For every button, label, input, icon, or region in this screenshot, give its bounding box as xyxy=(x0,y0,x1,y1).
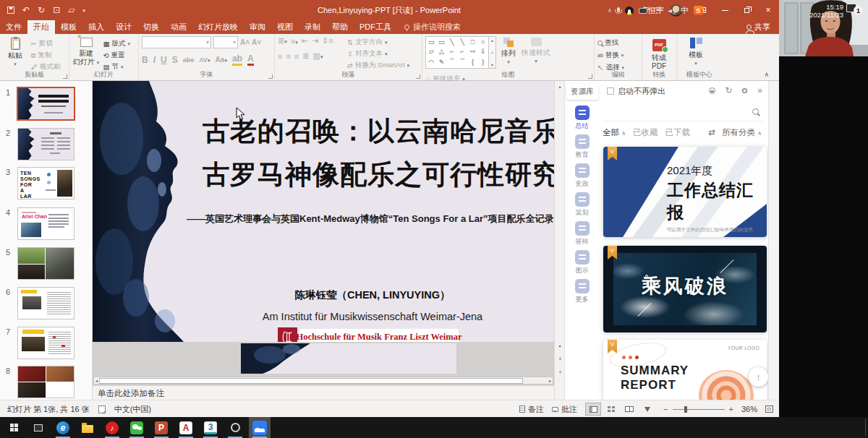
normal-view-button[interactable] xyxy=(585,403,601,416)
tab-切换[interactable]: 切换 xyxy=(137,20,165,34)
decrease-indent-icon[interactable]: ⇤ xyxy=(302,36,308,46)
tell-me-search[interactable]: 操作说明搜索 xyxy=(404,20,461,34)
restore-button[interactable] xyxy=(736,0,757,20)
scroll-right-icon[interactable]: ▸ xyxy=(548,378,553,383)
shape-glyph[interactable]: ⇨ xyxy=(470,48,476,55)
slideshow-button[interactable] xyxy=(639,403,655,416)
font-dialog-launcher[interactable] xyxy=(268,74,273,79)
save-icon[interactable] xyxy=(7,7,14,14)
undo-icon[interactable]: ↶ xyxy=(22,6,30,14)
back-to-top-button[interactable]: ↑ xyxy=(749,367,768,387)
shape-glyph[interactable]: △ xyxy=(439,48,444,55)
text-direction-button[interactable]: ⇅文字方向▾ xyxy=(347,38,409,47)
slide-thumbnail-2[interactable]: 2 xyxy=(0,129,93,160)
category-策划[interactable]: 策划 xyxy=(565,192,599,218)
template-card-3[interactable]: V YOUR LOGO SUMMARYREPORT 20XX年度总结汇报 xyxy=(603,340,767,400)
font-color-button[interactable]: A xyxy=(247,53,254,66)
show-desktop-divider[interactable] xyxy=(865,419,866,436)
tab-幻灯片放映[interactable]: 幻灯片放映 xyxy=(192,20,244,34)
align-text-button[interactable]: ⇳对齐文本▾ xyxy=(347,49,409,59)
smartart-button[interactable]: ⇄转换为 SmartArt▾ xyxy=(347,61,409,70)
template-button[interactable]: 模板▾ xyxy=(680,36,712,72)
taskbar-edge-icon[interactable]: e xyxy=(52,417,74,438)
panel-search-icon[interactable] xyxy=(752,108,759,115)
device-icon[interactable] xyxy=(639,8,647,14)
comments-toggle[interactable]: 批注 xyxy=(552,404,577,415)
shape-glyph[interactable]: ⇩ xyxy=(480,48,486,55)
gear-icon[interactable] xyxy=(742,87,747,93)
qat-dropdown-icon[interactable]: ▾ xyxy=(82,8,85,13)
resource-library-tab[interactable]: 资源库 xyxy=(566,84,598,100)
slide-editor[interactable]: 古老的召唤：以云南哈尼音乐为 古罗马神像配乐之可行性研究 ——英国艺术理事会与英… xyxy=(93,81,554,342)
shape-glyph[interactable]: ✎ xyxy=(439,59,445,66)
horizontal-scroll-thumb[interactable] xyxy=(99,378,523,384)
language-indicator[interactable]: 中文(中国) xyxy=(114,404,151,415)
panel-scroll-gutter[interactable] xyxy=(768,81,779,400)
taskbar-task-view-icon[interactable] xyxy=(27,417,49,438)
filter-downloaded[interactable]: 已下载 xyxy=(665,127,691,138)
tab-录制[interactable]: 录制 xyxy=(299,20,326,34)
font-name-combo[interactable]: ▾ xyxy=(142,36,211,48)
scroll-up-icon[interactable]: ▴ xyxy=(556,82,564,91)
tab-动画[interactable]: 动画 xyxy=(165,20,192,34)
paragraph-dialog-launcher[interactable] xyxy=(416,74,420,79)
filter-all[interactable]: 全部 ∧ xyxy=(603,127,626,138)
shape-glyph[interactable]: { xyxy=(472,59,474,66)
strikethrough-button[interactable]: abc xyxy=(183,56,195,64)
taskbar-settings-icon[interactable] xyxy=(224,417,246,438)
category-教育[interactable]: 教育 xyxy=(565,134,599,160)
taskbar-powerpoint-icon[interactable]: P xyxy=(150,417,172,438)
shape-glyph[interactable]: ╲ xyxy=(460,38,464,46)
taskbar-app-a-icon[interactable]: A xyxy=(175,417,197,438)
copy-button[interactable]: ⧉复制 xyxy=(30,51,60,60)
next-slide-button[interactable]: « xyxy=(556,367,564,377)
filter-category[interactable]: 所有分类 ∧ xyxy=(722,127,762,138)
shape-glyph[interactable]: ╲ xyxy=(450,38,454,46)
zoom-level[interactable]: 36% xyxy=(741,405,757,413)
horizontal-scrollbar[interactable]: ◂ ▸ xyxy=(93,377,553,385)
scroll-left-icon[interactable]: ◂ xyxy=(94,378,99,383)
paste-button[interactable]: 粘贴▾ xyxy=(3,36,27,72)
template-card-1[interactable]: V 2021年度 工作总结汇报 可以用于工作的总结汇报/年终项目的演示 汇报人：… xyxy=(603,147,767,237)
hidden-icons-chevron[interactable]: ∧ xyxy=(608,7,612,14)
slide-author[interactable]: 陈琳钰莹（CHEN, LINYUYING） xyxy=(203,288,542,302)
taskbar-app-3-icon[interactable]: 3 xyxy=(200,417,221,438)
find-button[interactable]: 查找 xyxy=(597,38,624,48)
shadow-button[interactable]: S xyxy=(172,55,178,65)
drawing-dialog-launcher[interactable] xyxy=(588,74,592,79)
replace-button[interactable]: ab替换▾ xyxy=(597,51,624,60)
shape-glyph[interactable]: ⌒ xyxy=(459,57,466,66)
close-button[interactable]: × xyxy=(757,0,779,20)
slide-thumbnail-4[interactable]: 4Ariel Chan xyxy=(0,208,93,239)
notes-pane[interactable]: 单击此处添加备注 xyxy=(93,385,554,400)
slide-institute[interactable]: Am Institut für Musikwissenschaft Weimar… xyxy=(203,311,542,322)
category-总结[interactable]: 总结 xyxy=(565,106,599,131)
spellcheck-icon[interactable] xyxy=(98,405,106,413)
line-spacing-icon[interactable]: ⇕≡ xyxy=(322,36,333,46)
filter-favorites[interactable]: 已收藏 xyxy=(633,127,658,138)
shape-gallery-scroll[interactable]: ▴▪▾ xyxy=(489,36,496,69)
clipboard-dialog-launcher[interactable] xyxy=(63,74,67,79)
template-card-2[interactable]: V 乘风破浪 xyxy=(603,246,767,332)
tab-PDF工具[interactable]: PDF工具 xyxy=(354,20,397,34)
collapse-chevrons-icon[interactable]: » xyxy=(757,85,762,95)
slide-thumbnail-1[interactable]: 1 xyxy=(0,88,93,119)
align-right-icon[interactable]: ≡ xyxy=(294,52,299,61)
zoom-in-icon[interactable]: + xyxy=(729,405,733,413)
fit-to-window-icon[interactable] xyxy=(765,405,773,413)
numbering-icon[interactable]: ≡▾ xyxy=(291,37,298,46)
reset-button[interactable]: ⟲重置 xyxy=(103,51,130,60)
scroll-down-icon[interactable]: ▾ xyxy=(556,341,564,351)
qq-icon[interactable] xyxy=(625,7,634,15)
increase-indent-icon[interactable]: ⇥ xyxy=(312,36,318,46)
slide-thumbnail-6[interactable]: 6 xyxy=(0,288,93,319)
account-icon[interactable] xyxy=(709,87,715,94)
slide-thumbnail-8[interactable]: 8 xyxy=(0,366,93,398)
bullets-icon[interactable]: ≣▾ xyxy=(278,36,287,46)
underline-button[interactable]: U xyxy=(161,55,167,65)
vertical-scrollbar[interactable]: ▴ ▾ « « xyxy=(554,81,564,400)
tab-模板[interactable]: 模板 xyxy=(55,20,82,34)
grow-font-icon[interactable]: A˄ xyxy=(240,38,250,46)
category-答辩[interactable]: 答辩 xyxy=(565,221,599,246)
shape-glyph[interactable]: ⌐ xyxy=(461,48,464,55)
